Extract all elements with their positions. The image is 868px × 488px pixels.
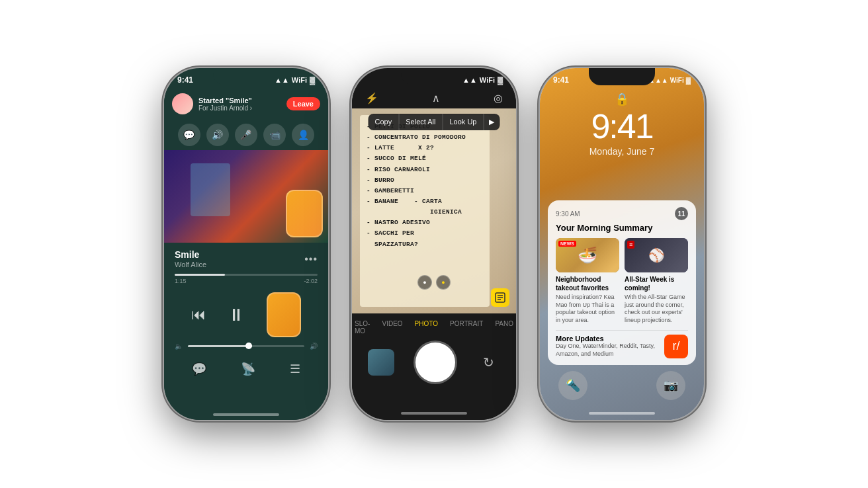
flip-camera-button[interactable]: ↻	[476, 350, 500, 374]
flashlight-button[interactable]: 🔦	[558, 371, 587, 400]
progress-times: 1:15 -2:02	[175, 278, 318, 284]
lock-icon-area: 🔒 9:41 Monday, June 7	[589, 92, 655, 157]
lyrics-button[interactable]: 💬	[192, 362, 206, 376]
volume-fill	[188, 345, 252, 347]
more-button[interactable]: •••	[304, 253, 318, 265]
news-logo-1: NEWS	[558, 241, 576, 247]
lock-wifi-icon: WiFi	[670, 77, 684, 84]
chevron-up-icon[interactable]: ∧	[432, 92, 440, 104]
news-logo-2: ≡	[627, 241, 634, 249]
note-line-9: IGIENICA	[367, 207, 483, 218]
leave-button[interactable]: Leave	[286, 97, 320, 110]
lock-notch	[589, 68, 655, 85]
notch	[213, 68, 279, 85]
wifi-icon: WiFi	[292, 76, 307, 84]
food-image: NEWS	[556, 238, 619, 272]
speaker-button[interactable]: 🔊	[206, 124, 229, 146]
live-text-svg	[495, 292, 505, 303]
note-line-4: - SUCCO DI MELÉ	[367, 153, 483, 164]
live-text-menu: Copy Select All Look Up ▶	[369, 114, 500, 130]
article-1: NEWS Neighborhood takeout favorites Need…	[556, 238, 619, 325]
live-text-icon[interactable]	[491, 288, 509, 307]
song-name: Smile	[175, 249, 206, 260]
home-indicator	[213, 413, 279, 416]
article-1-title: Neighborhood takeout favorites	[556, 275, 619, 292]
facetime-avatar	[172, 93, 193, 114]
song-details: Smile Wolf Alice	[175, 249, 206, 268]
lock-screen: 9:41 ▲▲▲ WiFi ▓ 🔒 9:41 Monday, June 7 9:…	[540, 68, 704, 420]
notification-card: 9:30 AM 11 Your Morning Summary NEWS Nei…	[548, 200, 696, 365]
note-line-2: - CONCENTRATO DI POMODORO	[367, 132, 483, 143]
select-all-button[interactable]: Select All	[399, 114, 443, 130]
facetime-pip	[286, 190, 323, 237]
reddit-icon: r/	[664, 335, 688, 358]
progress-track	[175, 274, 318, 276]
volume-bar[interactable]: 🔈 🔊	[164, 343, 328, 355]
airplay-button[interactable]: 📡	[241, 362, 255, 376]
phone-2: ▲▲▲ WiFi ▓ ⚡ ∧ ◎ - PETTI DI POLLO - CONC…	[352, 68, 516, 420]
menu-arrow-button[interactable]: ▶	[484, 114, 499, 130]
thumbnail-preview[interactable]	[368, 349, 394, 376]
volume-track	[188, 345, 304, 347]
lock-time: 9:41	[591, 109, 652, 143]
phone-1: 9:41 ▲▲▲ WiFi ▓ Started "Smile" For Just…	[164, 68, 328, 420]
rewind-button[interactable]: ⏮	[191, 306, 206, 323]
article-2: ≡ All-Star Week is coming! With the All-…	[625, 238, 688, 325]
phone-2-screen: ⚡ ∧ ◎ - PETTI DI POLLO - CONCENTRATO DI …	[352, 88, 516, 420]
mode-pano[interactable]: PANO	[492, 319, 516, 336]
look-up-button[interactable]: Look Up	[443, 114, 484, 130]
note-line-5: - RISO CARNAROLI	[367, 165, 483, 175]
more-title: More Updates	[556, 335, 659, 343]
notification-articles: NEWS Neighborhood takeout favorites Need…	[556, 238, 688, 325]
zoom-dot-2[interactable]: ●	[436, 275, 451, 290]
article-2-title: All-Star Week is coming!	[625, 275, 688, 292]
facetime-banner: Started "Smile" For Justin Arnold › Leav…	[164, 88, 328, 120]
pause-button[interactable]: ⏸	[228, 305, 245, 325]
album-art	[164, 150, 328, 243]
remaining-time: -2:02	[304, 278, 318, 284]
article-1-desc: Need inspiration? Kea Mao from Up Thai i…	[556, 294, 619, 325]
message-button[interactable]: 💬	[178, 124, 200, 146]
notification-header: 9:30 AM 11	[556, 207, 688, 220]
lock-status-time: 9:41	[553, 75, 569, 85]
flash-icon[interactable]: ⚡	[365, 92, 378, 104]
shutter-button[interactable]	[415, 343, 455, 382]
lock-status-icons: ▲▲▲ WiFi ▓	[648, 77, 691, 84]
camera-button[interactable]: 📷	[656, 371, 685, 400]
notification-more: More Updates Day One, WaterMinder, Reddi…	[556, 335, 688, 358]
lock-bottom-buttons: 🔦 📷	[540, 371, 704, 400]
copy-button[interactable]: Copy	[369, 114, 400, 130]
current-time: 1:15	[175, 278, 187, 284]
mic-button[interactable]: 🎤	[235, 124, 257, 146]
live-photo-icon[interactable]: ◎	[494, 92, 503, 104]
note-line-6: - BURRO	[367, 175, 483, 186]
facetime-video	[267, 292, 301, 337]
battery-icon-2: ▓	[498, 76, 503, 84]
more-text: More Updates Day One, WaterMinder, Reddi…	[556, 335, 659, 358]
status-time: 9:41	[177, 75, 193, 85]
note-line-10: - NASTRO ADESIVO	[367, 218, 483, 228]
scene: 9:41 ▲▲▲ WiFi ▓ Started "Smile" For Just…	[0, 0, 868, 488]
volume-min-icon: 🔈	[175, 343, 183, 350]
facetime-title: Started "Smile"	[198, 97, 281, 104]
mode-photo[interactable]: PHOTO	[412, 319, 441, 336]
mode-video[interactable]: VIDEO	[379, 319, 405, 336]
phone-3: 9:41 ▲▲▲ WiFi ▓ 🔒 9:41 Monday, June 7 9:…	[540, 68, 704, 420]
phone-1-screen: Started "Smile" For Justin Arnold › Leav…	[164, 88, 328, 420]
volume-max-icon: 🔊	[310, 343, 318, 350]
lock-symbol: 🔒	[615, 92, 629, 106]
note-line-11: - SACCHI PER	[367, 228, 483, 239]
facetime-controls: 💬 🔊 🎤 📹 👤	[164, 120, 328, 150]
mode-slomo[interactable]: SLO-MO	[352, 319, 372, 336]
progress-bar[interactable]: 1:15 -2:02	[164, 271, 328, 287]
person-button[interactable]: 👤	[292, 124, 314, 146]
mode-portrait[interactable]: PORTRAIT	[447, 319, 486, 336]
zoom-dot-1[interactable]: ●	[417, 275, 432, 290]
facetime-subtitle: For Justin Arnold ›	[198, 104, 281, 112]
bottom-controls: 💬 📡 ☰	[164, 355, 328, 383]
video-button[interactable]: 📹	[263, 124, 286, 146]
camera-modes: SLO-MO VIDEO PHOTO PORTRAIT PANO	[352, 313, 516, 339]
more-desc: Day One, WaterMinder, Reddit, Tasty, Ama…	[556, 343, 659, 358]
queue-button[interactable]: ☰	[290, 362, 300, 376]
wifi-icon-2: WiFi	[480, 76, 495, 84]
